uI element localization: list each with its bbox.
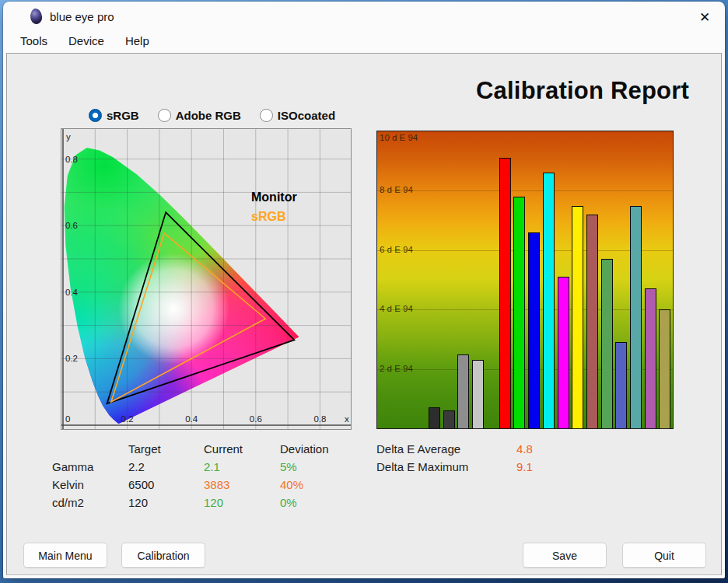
axis-tick-label: 0.4: [185, 414, 198, 424]
radio-circle-icon[interactable]: [158, 109, 171, 122]
column-header-target: Target: [128, 440, 204, 458]
menu-item-help[interactable]: Help: [117, 32, 157, 51]
target-value: 6500: [128, 476, 204, 494]
title-bar[interactable]: blue eye pro ✕: [3, 2, 725, 31]
delta-e-bar-green: [513, 197, 525, 428]
target-value: 2.2: [128, 458, 204, 476]
radio-option-isocoated[interactable]: ISOcoated: [260, 109, 335, 122]
axis-tick-label: x: [345, 414, 349, 424]
delta-e-bar-yellow: [572, 206, 583, 429]
radio-circle-icon[interactable]: [260, 109, 273, 122]
main-menu-button[interactable]: Main Menu: [23, 543, 107, 568]
column-header-deviation: Deviation: [280, 440, 366, 458]
current-value: 2.1: [204, 458, 280, 476]
menu-bar: ToolsDeviceHelp: [3, 30, 163, 53]
deviation-value: 0%: [280, 494, 366, 511]
axis-tick-label: y: [66, 132, 71, 141]
row-label-kelvin: Kelvin: [52, 476, 128, 494]
delta-e-bar-cyan: [543, 173, 555, 428]
delta-e-bar-olive: [659, 309, 670, 428]
calibration-results-table: TargetCurrentDeviationGamma2.22.15%Kelvi…: [52, 440, 366, 511]
delta-bars-layer: [377, 131, 673, 428]
delta-e-average-value: 4.8: [516, 440, 533, 458]
axis-tick-label: 0.4: [65, 288, 79, 297]
delta-e-bar-gray: [457, 354, 469, 429]
page-title: Calibration Report: [443, 77, 723, 105]
delta-e-bar-blue: [528, 232, 540, 428]
close-icon[interactable]: ✕: [695, 7, 715, 27]
delta-e-maximum-label: Delta E Maximum: [376, 458, 516, 476]
current-value: 3883: [204, 476, 280, 494]
cie-legend-srgb: sRGB: [251, 210, 285, 223]
profile-selector: sRGBAdobe RGBISOcoated: [89, 109, 335, 122]
delta-e-bar-light-gray: [472, 360, 484, 428]
radio-option-srgb[interactable]: sRGB: [89, 109, 139, 122]
app-icon: [30, 8, 43, 24]
radio-label: ISOcoated: [278, 109, 335, 122]
axis-tick-label: 0.6: [65, 221, 78, 230]
target-value: 120: [128, 494, 204, 511]
radio-circle-icon[interactable]: [89, 109, 102, 122]
axis-tick-label: 0.2: [121, 414, 134, 424]
delta-e-bar-mid-green: [601, 259, 613, 428]
cie-diagram-svg: y0.20.40.60.800.20.40.60.8xMonitorsRGB: [61, 129, 351, 429]
row-label-gamma: Gamma: [52, 458, 128, 476]
radio-label: Adobe RGB: [176, 109, 241, 122]
current-value: 120: [204, 494, 280, 511]
delta-e-bar-purple: [645, 288, 656, 428]
delta-e-bar-slate-blue: [615, 342, 627, 428]
window-title: blue eye pro: [50, 10, 114, 23]
delta-e-bar-chart: 10 d E 948 d E 946 d E 944 d E 942 d E 9…: [376, 131, 674, 429]
row-label-cd-m2: cd/m2: [52, 494, 128, 511]
axis-tick-label: 0.8: [65, 155, 78, 164]
save-button[interactable]: Save: [523, 543, 607, 568]
deviation-value: 40%: [280, 476, 366, 494]
cie-legend-monitor: Monitor: [251, 190, 297, 204]
delta-e-summary: Delta E Average4.8Delta E Maximum9.1: [376, 440, 533, 476]
table-corner-cell: [52, 440, 128, 458]
radio-option-adobe-rgb[interactable]: Adobe RGB: [158, 109, 241, 122]
delta-e-bar-black: [429, 407, 440, 428]
cie-chromaticity-diagram: y0.20.40.60.800.20.40.60.8xMonitorsRGB: [61, 128, 352, 430]
delta-e-bar-brown-red: [586, 215, 598, 428]
delta-e-bar-magenta: [558, 277, 569, 428]
delta-e-average-label: Delta E Average: [376, 440, 516, 458]
axis-tick-label: 0: [65, 414, 70, 424]
delta-e-bar-dark-gray: [443, 410, 455, 428]
menu-item-device[interactable]: Device: [61, 32, 112, 51]
delta-e-bar-teal: [630, 206, 642, 429]
app-window: blue eye pro ✕ ToolsDeviceHelp Calibrati…: [3, 2, 725, 578]
delta-e-bar-red: [499, 158, 511, 428]
delta-e-maximum-value: 9.1: [516, 458, 533, 476]
axis-tick-label: 0.6: [250, 414, 262, 424]
main-panel: Calibration Report sRGBAdobe RGBISOcoate…: [6, 53, 722, 575]
deviation-value: 5%: [280, 458, 366, 476]
menu-item-tools[interactable]: Tools: [12, 32, 55, 51]
quit-button[interactable]: Quit: [622, 543, 706, 568]
radio-label: sRGB: [107, 109, 139, 122]
column-header-current: Current: [204, 440, 280, 458]
calibration-button[interactable]: Calibration: [121, 543, 205, 568]
axis-tick-label: 0.2: [65, 354, 78, 363]
axis-tick-label: 0.8: [313, 414, 326, 424]
